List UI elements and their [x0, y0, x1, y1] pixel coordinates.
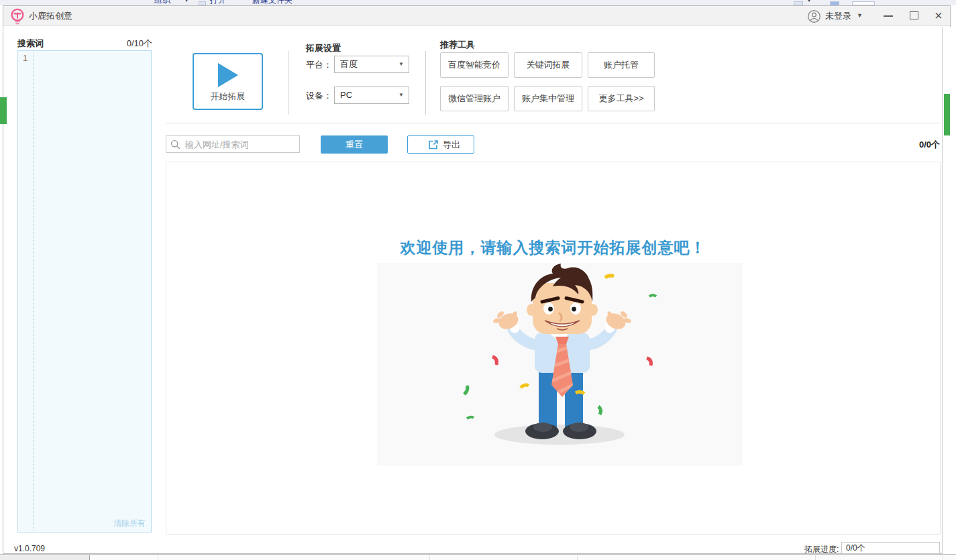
tool-button-more-tools[interactable]: 更多工具>>	[588, 86, 655, 111]
export-button[interactable]: 导出	[407, 135, 474, 154]
minimize-button[interactable]	[884, 15, 893, 17]
caret-down-icon: ▾	[184, 0, 189, 4]
line-number: 1	[23, 53, 28, 63]
horizontal-divider	[166, 123, 940, 123]
search-words-textarea[interactable]: 1 清除所有	[17, 50, 152, 533]
device-label: 设备：	[306, 90, 332, 102]
reset-button[interactable]: 重置	[321, 135, 388, 154]
export-icon	[428, 139, 439, 150]
vertical-divider	[288, 51, 288, 115]
edge-marker-left	[0, 97, 7, 124]
search-icon	[170, 139, 180, 150]
result-counter: 0/0个	[893, 139, 940, 151]
platform-label: 平台：	[306, 59, 332, 71]
tool-button-baidu-smart-bidding[interactable]: 百度智能竞价	[440, 52, 509, 78]
gutter-divider	[33, 52, 34, 530]
play-icon	[218, 63, 238, 87]
app-version: v1.0.709	[14, 544, 45, 553]
cartoon-man-illustration	[377, 263, 743, 466]
caret-down-icon: ▾	[807, 0, 811, 4]
app-title: 小鹿拓创意	[29, 6, 72, 25]
device-select[interactable]: PC ▼	[334, 87, 409, 104]
export-label: 导出	[443, 136, 460, 153]
titlebar: 小鹿拓创意 未登录 ▼ ×	[3, 6, 950, 26]
platform-value: 百度	[340, 59, 358, 69]
chevron-down-icon: ▼	[399, 56, 404, 72]
login-caret-down-icon[interactable]: ▼	[857, 6, 863, 25]
expand-settings-title: 拓展设置	[306, 42, 341, 54]
maximize-button[interactable]	[910, 11, 918, 19]
background-menu-organize: 组织	[154, 0, 170, 5]
search-words-header: 搜索词 0/10个	[17, 38, 152, 50]
background-window-bottom-strip	[0, 554, 956, 560]
tool-button-keyword-expand[interactable]: 关键词拓展	[514, 52, 582, 78]
search-words-counter: 0/10个	[127, 38, 152, 50]
login-status[interactable]: 未登录	[825, 6, 851, 25]
background-column-divider	[158, 555, 158, 560]
tool-button-account-hosting[interactable]: 账户托管	[588, 52, 655, 78]
url-search-input[interactable]	[166, 135, 300, 153]
platform-select[interactable]: 百度 ▼	[334, 56, 409, 73]
background-column-divider	[943, 555, 943, 560]
recommended-tools-title: 推荐工具	[440, 39, 475, 51]
progress-box: 0/0个	[841, 542, 940, 554]
welcome-message: 欢迎使用，请输入搜索词开始拓展创意吧！	[166, 237, 940, 258]
vertical-divider	[425, 51, 426, 115]
welcome-illustration	[377, 263, 743, 466]
background-column-divider	[815, 555, 816, 560]
tool-button-central-account-mgmt[interactable]: 账户集中管理	[514, 86, 582, 111]
background-column-divider	[429, 555, 430, 560]
clear-all-link[interactable]: 清除所有	[113, 518, 146, 529]
tool-button-wechat-accounts[interactable]: 微信管理账户	[440, 86, 509, 111]
background-bottom-block	[0, 555, 90, 560]
edge-marker-right	[944, 94, 950, 135]
close-button[interactable]: ×	[935, 6, 943, 25]
results-panel: 欢迎使用，请输入搜索词开始拓展创意吧！	[166, 162, 941, 535]
chevron-down-icon: ▼	[399, 87, 404, 103]
background-menu-open: 打开	[210, 0, 226, 5]
device-value: PC	[340, 90, 352, 100]
search-words-label: 搜索词	[17, 38, 44, 50]
start-expand-button[interactable]: 开始拓展	[193, 53, 263, 110]
start-expand-label: 开始拓展	[194, 91, 262, 103]
app-window: 小鹿拓创意 未登录 ▼ × 搜索词 0/10个 1 清除所有 开始拓展 拓展设置…	[3, 5, 951, 554]
background-column-divider	[577, 555, 578, 560]
user-account-icon[interactable]	[807, 9, 821, 23]
background-menu-newfolder: 新建文件夹	[252, 0, 293, 5]
background-window-top-strip: 组织 ▾ 打开 新建文件夹 ▾	[0, 0, 956, 5]
progress-value: 0/0个	[846, 543, 865, 553]
app-logo-lightbulb-icon	[9, 8, 25, 25]
